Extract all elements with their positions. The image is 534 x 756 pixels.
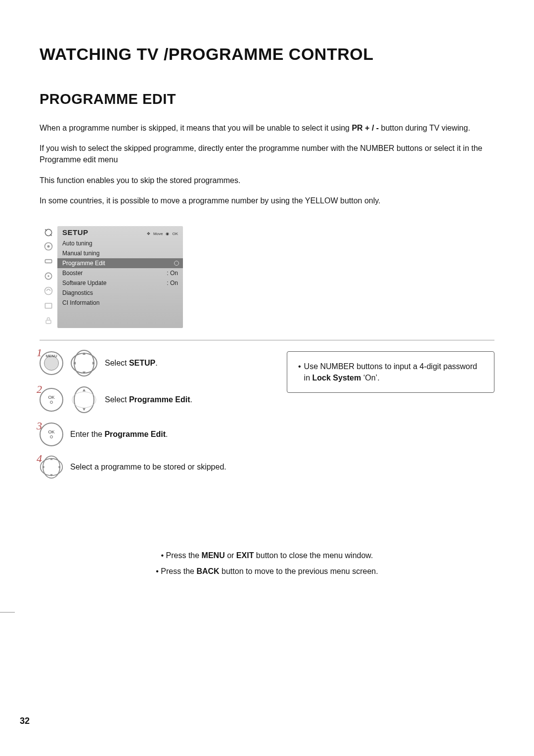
move-hint-icon: ✥ <box>147 232 150 236</box>
setup-menu-item: CI Information <box>57 298 183 308</box>
step-number: 2 <box>37 383 42 396</box>
side-rule <box>0 612 15 613</box>
satellite-icon <box>40 226 57 239</box>
ok-hint-icon: ◉ <box>166 232 169 236</box>
step-3: 3 OK Enter the Programme Edit. <box>40 423 272 446</box>
step-4-text: Select a programme to be stored or skipp… <box>70 463 226 472</box>
setup-menu-category-icons <box>40 226 57 328</box>
setup-menu-title-row: SETUP ✥ Move ◉ OK <box>57 226 183 238</box>
svg-point-5 <box>47 275 49 277</box>
setup-menu-item: Auto tuning <box>57 238 183 248</box>
picture-icon <box>40 239 57 254</box>
svg-rect-3 <box>45 260 51 263</box>
section-title: PROGRAMME EDIT <box>40 91 494 107</box>
svg-point-2 <box>47 245 50 247</box>
intro-p2: If you wish to select the skipped progra… <box>40 142 494 165</box>
section-divider <box>40 340 494 340</box>
svg-point-16 <box>72 392 96 408</box>
time-icon <box>40 269 57 284</box>
page-title: WATCHING TV /PROGRAMME CONTROL <box>40 45 494 64</box>
step-number: 3 <box>37 420 42 432</box>
dpad-icon <box>40 455 63 479</box>
page-number: 32 <box>20 716 30 726</box>
move-hint-label: Move <box>153 232 163 236</box>
ok-button-icon: OK <box>40 388 63 412</box>
audio-icon <box>40 254 57 269</box>
setup-menu-item: Booster: On <box>57 268 183 278</box>
footer-notes: • Press the MENU or EXIT button to close… <box>0 551 534 583</box>
step-3-text: Enter the Programme Edit. <box>70 430 168 439</box>
step-number: 4 <box>37 452 42 465</box>
svg-rect-7 <box>45 303 51 308</box>
step-4: 4 Select a programme to be stored or ski… <box>40 455 272 479</box>
svg-point-6 <box>45 287 52 294</box>
dpad-icon <box>70 349 98 377</box>
intro-p1: When a programme number is skipped, it m… <box>40 122 494 134</box>
menu-button-icon: MENU <box>40 351 63 375</box>
option-icon <box>40 284 57 298</box>
ok-button-icon: OK <box>40 423 63 446</box>
step-1-text: Select SETUP. <box>105 359 158 368</box>
lock-icon <box>40 313 57 328</box>
dpad-vertical-icon <box>70 386 98 414</box>
svg-marker-17 <box>83 389 86 391</box>
step-1: 1 MENU Select SETUP. <box>40 349 272 377</box>
setup-menu-item: Manual tuning <box>57 248 183 258</box>
ok-hint-label: OK <box>172 232 178 236</box>
step-2-text: Select Programme Edit. <box>105 395 192 404</box>
setup-menu-item: Diagnostics <box>57 288 183 298</box>
setup-menu-item-selected: Programme Edit <box>57 258 183 268</box>
intro-p4: In some countries, it is possible to mov… <box>40 195 494 206</box>
setup-menu-title: SETUP <box>62 228 147 236</box>
step-2: 2 OK Select Programme Edit. <box>40 386 272 414</box>
setup-menu-item: Software Update: On <box>57 278 183 288</box>
setup-menu: SETUP ✥ Move ◉ OK Auto tuning Manual tun… <box>40 226 183 328</box>
step-number: 1 <box>37 346 42 359</box>
intro-p3: This function enables you to skip the st… <box>40 175 494 186</box>
screen-icon <box>40 298 57 313</box>
svg-marker-18 <box>83 408 86 411</box>
svg-rect-8 <box>46 320 51 324</box>
tip-box: • Use NUMBER buttons to input a 4-digit … <box>287 351 494 393</box>
